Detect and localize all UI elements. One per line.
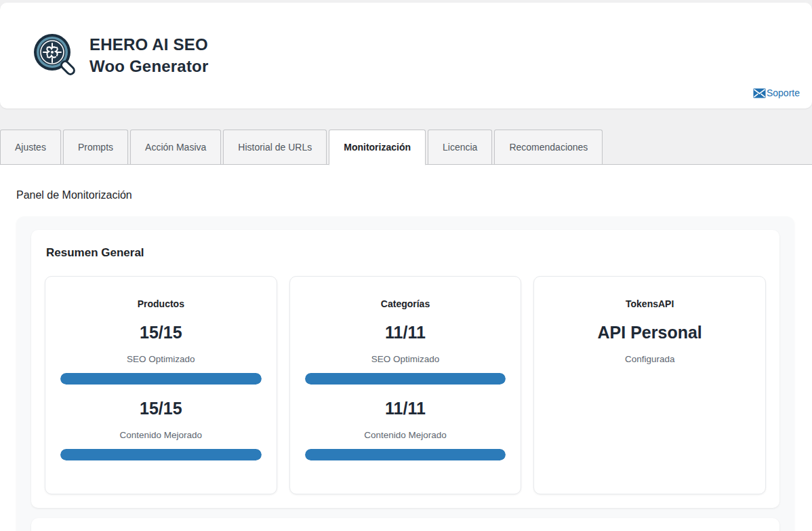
- progress-bar: [60, 449, 262, 460]
- tab-licencia[interactable]: Licencia: [428, 130, 492, 164]
- stat-value: 11/11: [305, 399, 506, 418]
- progress-bar: [305, 449, 506, 460]
- plugin-header: EHERO AI SEO Woo Generator Soporte: [0, 3, 812, 109]
- stat-label: SEO Optimizado: [305, 354, 506, 364]
- plugin-title-line1: EHERO AI SEO: [89, 35, 208, 54]
- tab-content-monitorizacion: Panel de Monitorización Resumen General …: [0, 165, 812, 531]
- support-link[interactable]: Soporte: [753, 87, 800, 98]
- stat-value: 15/15: [60, 323, 262, 342]
- tab-recomendaciones[interactable]: Recomendaciones: [494, 130, 603, 164]
- progress-bar: [60, 373, 262, 385]
- email-icon: [753, 88, 766, 98]
- brand: EHERO AI SEO Woo Generator: [30, 31, 209, 80]
- progress-bar: [305, 373, 506, 385]
- stat-label: Contenido Mejorado: [60, 430, 262, 440]
- stat-title: TokensAPI: [549, 298, 750, 309]
- monitoring-panel: Resumen General Productos 15/15 SEO Opti…: [16, 216, 794, 531]
- progress-bar-fill: [305, 449, 506, 460]
- stat-value: 15/15: [60, 399, 262, 418]
- progress-bar-fill: [60, 373, 262, 385]
- tab-prompts[interactable]: Prompts: [63, 130, 128, 164]
- stat-label: Configurada: [549, 354, 750, 364]
- stat-label: SEO Optimizado: [60, 354, 262, 364]
- stat-card-productos: Productos 15/15 SEO Optimizado 15/15 Con…: [45, 276, 277, 494]
- support-link-label: Soporte: [767, 87, 800, 98]
- tab-ajustes[interactable]: Ajustes: [0, 130, 61, 164]
- stat-card-categorias: Categorías 11/11 SEO Optimizado 11/11 Co…: [289, 276, 522, 494]
- stat-value: 11/11: [305, 323, 506, 342]
- plugin-title-line2: Woo Generator: [89, 57, 209, 75]
- plugin-logo-icon: [30, 31, 79, 80]
- tab-accion-masiva[interactable]: Acción Masiva: [130, 130, 221, 164]
- stat-value: API Personal: [549, 323, 750, 342]
- progress-bar-fill: [60, 449, 262, 460]
- tab-historial-de-urls[interactable]: Historial de URLs: [223, 130, 327, 164]
- stat-title: Categorías: [305, 298, 506, 309]
- config-card: Configuración Actual: [31, 518, 779, 531]
- page-background: EHERO AI SEO Woo Generator Soporte Ajust…: [0, 0, 812, 531]
- stat-card-tokensapi: TokensAPI API Personal Configurada: [533, 276, 766, 494]
- plugin-title: EHERO AI SEO Woo Generator: [89, 34, 209, 77]
- summary-card: Resumen General Productos 15/15 SEO Opti…: [31, 230, 779, 508]
- summary-title: Resumen General: [46, 246, 766, 260]
- page-title: Panel de Monitorización: [16, 189, 794, 201]
- stats-row: Productos 15/15 SEO Optimizado 15/15 Con…: [45, 276, 766, 494]
- stat-title: Productos: [60, 298, 262, 309]
- stat-label: Contenido Mejorado: [305, 430, 506, 440]
- tab-monitorizacion[interactable]: Monitorización: [329, 130, 426, 165]
- progress-bar-fill: [305, 373, 506, 385]
- tab-bar: Ajustes Prompts Acción Masiva Historial …: [0, 130, 812, 165]
